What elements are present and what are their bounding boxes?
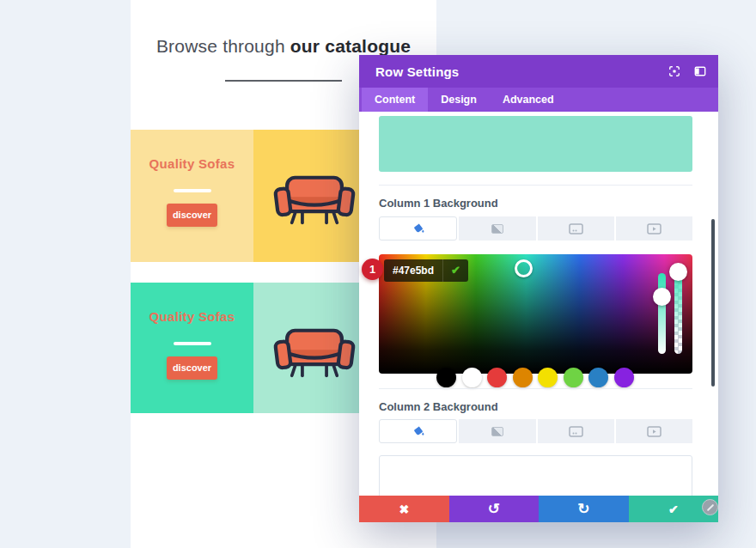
color-swatch-blue[interactable] — [588, 368, 608, 387]
hex-value[interactable]: #47e5bd — [384, 265, 442, 277]
shade-slider-track[interactable] — [658, 273, 666, 354]
discover-button[interactable]: discover — [167, 204, 217, 227]
page-root: Browse through our catalogue Quality Sof… — [0, 0, 756, 548]
tab-content[interactable]: Content — [362, 88, 428, 112]
image-icon — [569, 223, 583, 234]
bg-video-tab[interactable] — [616, 419, 692, 443]
card-image-panel — [253, 283, 376, 413]
opacity-slider-knob[interactable] — [669, 263, 687, 281]
color-swatch-purple[interactable] — [614, 368, 634, 387]
gradient-icon — [491, 427, 503, 436]
card-divider — [174, 342, 211, 345]
catalogue-card-green: Quality Sofas discover — [131, 283, 376, 413]
color-swatch-red[interactable] — [487, 368, 507, 387]
divider — [379, 185, 692, 186]
bg-image-tab[interactable] — [538, 216, 614, 241]
heading-divider — [225, 80, 342, 82]
video-icon — [647, 426, 662, 437]
paint-bucket-icon — [412, 424, 425, 438]
modal-footer: ✖ ↺ ↻ ✔ — [359, 496, 718, 522]
gradient-icon — [491, 224, 503, 234]
color-swatch-white[interactable] — [462, 368, 482, 387]
undo-button[interactable]: ↺ — [449, 496, 540, 522]
color-swatch-yellow[interactable] — [538, 368, 558, 387]
color-swatch-black[interactable] — [436, 368, 456, 387]
bg-gradient-tab[interactable] — [459, 216, 535, 241]
modal-tabbar: Content Design Advanced — [359, 88, 718, 112]
modal-title: Row Settings — [375, 64, 459, 79]
modal-scrollbar[interactable] — [711, 219, 715, 387]
card-text-panel: Quality Sofas discover — [131, 130, 253, 262]
hex-confirm-icon[interactable]: ✔ — [442, 259, 468, 282]
page-title-normal: Browse through — [156, 36, 285, 56]
bg-video-tab[interactable] — [616, 216, 692, 241]
color-picker-area[interactable]: #47e5bd ✔ — [379, 254, 692, 374]
discover-button[interactable]: discover — [167, 356, 217, 380]
page-title: Browse through our catalogue — [131, 36, 436, 57]
column1-background-label: Column 1 Background — [379, 197, 498, 210]
card-text-panel: Quality Sofas discover — [131, 283, 253, 413]
dock-panel-icon[interactable] — [694, 65, 706, 77]
card-title: Quality Sofas — [131, 156, 253, 171]
column2-color-field[interactable] — [379, 455, 692, 496]
annotation-badge: 1 — [362, 259, 383, 280]
column2-background-type-tabs — [379, 419, 692, 443]
image-icon — [569, 426, 583, 437]
color-swatch-green[interactable] — [564, 368, 583, 387]
bg-color-tab[interactable] — [379, 216, 457, 241]
sofa-icon — [273, 174, 356, 226]
modal-header[interactable]: Row Settings — [359, 55, 718, 88]
bg-color-tab[interactable] — [379, 419, 457, 443]
page-title-bold: our catalogue — [290, 36, 411, 56]
card-image-panel — [253, 130, 376, 262]
paint-bucket-icon — [412, 222, 425, 235]
column1-background-type-tabs — [379, 216, 692, 241]
row-settings-modal: Row Settings Content Design Advanced — [359, 55, 718, 522]
video-icon — [647, 223, 662, 234]
bg-gradient-tab[interactable] — [459, 419, 535, 443]
color-selector-ring[interactable] — [515, 259, 533, 277]
resize-handle[interactable] — [702, 499, 718, 515]
bg-image-tab[interactable] — [538, 419, 614, 443]
card-title: Quality Sofas — [131, 309, 253, 324]
modal-content: Column 1 Background — [359, 112, 718, 496]
catalogue-card-yellow: Quality Sofas discover — [131, 130, 376, 262]
tab-advanced[interactable]: Advanced — [490, 88, 567, 112]
redo-button[interactable]: ↻ — [539, 496, 629, 522]
tab-design[interactable]: Design — [428, 88, 490, 112]
row-background-preview[interactable] — [379, 116, 692, 172]
sofa-icon — [273, 327, 356, 379]
opacity-slider-track[interactable] — [674, 273, 682, 354]
hex-value-chip[interactable]: #47e5bd ✔ — [384, 259, 468, 282]
shade-slider-knob[interactable] — [653, 288, 671, 306]
column2-background-label: Column 2 Background — [379, 400, 498, 413]
card-divider — [174, 189, 211, 192]
focus-mode-icon[interactable] — [668, 65, 680, 77]
divider — [379, 388, 692, 389]
discard-button[interactable]: ✖ — [359, 496, 449, 522]
color-swatch-orange[interactable] — [513, 368, 533, 387]
